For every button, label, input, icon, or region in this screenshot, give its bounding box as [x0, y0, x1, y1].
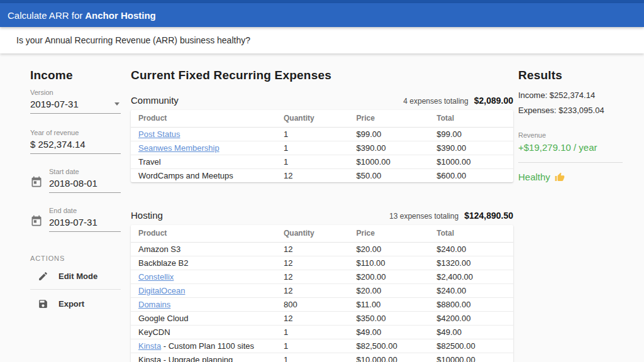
- product-cell: Seanwes Membership: [131, 141, 276, 155]
- start-date-label: Start date: [49, 168, 121, 175]
- end-date-value: 2019-07-31: [49, 217, 97, 228]
- total-cell: $240.00: [429, 284, 513, 298]
- expenses-panel: Current Fixed Recurring Expenses Communi…: [131, 69, 513, 362]
- price-cell: $11.00: [349, 298, 430, 312]
- column-header-product: Product: [131, 110, 276, 128]
- revenue-value: +$19,279.10 / year: [518, 142, 623, 153]
- section-total: $124,890.50: [464, 211, 513, 221]
- calendar-icon: [30, 215, 43, 228]
- total-cell: $600.00: [429, 169, 513, 183]
- income-panel: Income Version 2019-07-31 Year of revenu…: [30, 69, 121, 315]
- total-cell: $1000.00: [429, 155, 513, 169]
- year-of-revenue-field[interactable]: Year of revenue $ 252,374.14: [30, 129, 121, 154]
- health-status-text: Healthy: [518, 172, 550, 182]
- version-value: 2019-07-31: [30, 99, 79, 109]
- export-label: Export: [58, 299, 84, 309]
- calendar-icon: [30, 176, 43, 189]
- product-cell: Kinsta - Custom Plan 1100 sites: [131, 339, 276, 353]
- end-date-field[interactable]: End date 2019-07-31: [30, 207, 121, 232]
- total-cell: $99.00: [429, 128, 513, 141]
- table-row: WordCamps and Meetups12$50.00$600.00: [131, 169, 513, 183]
- price-cell: $50.00: [349, 169, 430, 183]
- year-of-revenue-label: Year of revenue: [30, 129, 121, 136]
- content: Income Version 2019-07-31 Year of revenu…: [0, 53, 644, 362]
- product-link[interactable]: Constellix: [138, 272, 174, 282]
- total-cell: $390.00: [429, 141, 513, 155]
- price-cell: $10,000.00: [349, 353, 430, 362]
- quantity-cell: 1: [276, 141, 349, 155]
- edit-mode-button[interactable]: Edit Mode: [30, 265, 121, 288]
- results-income-line: Income: $252,374.14: [518, 90, 623, 100]
- total-cell: $240.00: [429, 243, 513, 256]
- pencil-icon: [38, 271, 48, 282]
- divider: [30, 289, 121, 290]
- quantity-cell: 12: [276, 243, 349, 256]
- section-total: $2,089.00: [474, 96, 513, 106]
- column-header-total: Total: [429, 225, 513, 243]
- expense-count: 4 expenses totaling: [403, 97, 468, 106]
- results-heading: Results: [518, 69, 623, 82]
- product-link[interactable]: DigitalOcean: [138, 286, 185, 295]
- quantity-cell: 1: [276, 326, 349, 339]
- income-heading: Income: [30, 69, 121, 82]
- community-section: Community 4 expenses totaling $2,089.00 …: [131, 95, 513, 182]
- product-cell: DigitalOcean: [131, 284, 276, 298]
- quantity-cell: 1: [276, 155, 349, 169]
- hosting-section: Hosting 13 expenses totaling $124,890.50…: [131, 210, 513, 362]
- product-link[interactable]: Seanwes Membership: [138, 143, 219, 153]
- section-title: Community: [131, 95, 179, 106]
- table-row: Kinsta - Upgrade planning1$10,000.00$100…: [131, 353, 513, 362]
- table-row: Amazon S312$20.00$240.00: [131, 243, 513, 256]
- quantity-cell: 12: [276, 270, 349, 284]
- price-cell: $49.00: [349, 326, 430, 339]
- year-of-revenue-value: $ 252,374.14: [30, 139, 86, 150]
- table-row: Seanwes Membership1$390.00$390.00: [131, 141, 513, 155]
- price-cell: $390.00: [349, 141, 430, 155]
- start-date-field[interactable]: Start date 2018-08-01: [30, 168, 121, 193]
- app-bar: Calculate ARR for Anchor Hosting: [0, 3, 644, 27]
- column-header-total: Total: [429, 110, 513, 128]
- table-row: Domains800$11.00$8800.00: [131, 298, 513, 312]
- subtitle-bar: Is your Annual Recurring Revenue (ARR) b…: [0, 27, 644, 53]
- total-cell: $4200.00: [429, 312, 513, 326]
- column-header-price: Price: [349, 110, 430, 128]
- product-cell: KeyCDN: [131, 326, 276, 339]
- export-button[interactable]: Export: [30, 292, 121, 315]
- quantity-cell: 1: [276, 339, 349, 353]
- quantity-cell: 1: [276, 353, 349, 362]
- expense-count: 13 expenses totaling: [389, 212, 458, 221]
- version-select[interactable]: Version 2019-07-31: [30, 89, 121, 114]
- quantity-cell: 12: [276, 284, 349, 298]
- subtitle-text: Is your Annual Recurring Revenue (ARR) b…: [16, 35, 250, 45]
- results-panel: Results Income: $252,374.14 Expenses: $2…: [518, 69, 623, 182]
- table-row: Travel1$1000.00$1000.00: [131, 155, 513, 169]
- actions-label: ACTIONS: [30, 255, 121, 262]
- quantity-cell: 1: [276, 128, 349, 141]
- product-cell: Amazon S3: [131, 243, 276, 256]
- product-link[interactable]: Kinsta: [138, 341, 161, 351]
- table-header-row: ProductQuantityPriceTotal: [131, 225, 513, 243]
- product-cell: Backblaze B2: [131, 256, 276, 270]
- section-title: Hosting: [131, 210, 163, 221]
- product-link[interactable]: Post Status: [138, 129, 180, 139]
- community-table: ProductQuantityPriceTotal Post Status1$9…: [131, 110, 513, 182]
- product-cell: Domains: [131, 298, 276, 312]
- total-cell: $49.00: [429, 326, 513, 339]
- price-cell: $20.00: [349, 243, 430, 256]
- product-cell: Google Cloud: [131, 312, 276, 326]
- table-row: Backblaze B212$110.00$1320.00: [131, 256, 513, 270]
- revenue-label: Revenue: [518, 131, 623, 139]
- price-cell: $200.00: [349, 270, 430, 284]
- expenses-table-card: ProductQuantityPriceTotal Post Status1$9…: [131, 110, 513, 182]
- expenses-table-card: ProductQuantityPriceTotal Amazon S312$20…: [131, 225, 513, 362]
- product-cell: WordCamps and Meetups: [131, 169, 276, 183]
- column-header-product: Product: [131, 225, 276, 243]
- quantity-cell: 12: [276, 312, 349, 326]
- product-cell: Post Status: [131, 128, 276, 141]
- total-cell: $1320.00: [429, 256, 513, 270]
- divider: [518, 162, 623, 163]
- product-link[interactable]: Domains: [138, 300, 170, 309]
- results-expenses-line: Expenses: $233,095.04: [518, 106, 623, 115]
- table-row: KeyCDN1$49.00$49.00: [131, 326, 513, 339]
- actions-section: ACTIONS Edit Mode Export: [30, 255, 121, 315]
